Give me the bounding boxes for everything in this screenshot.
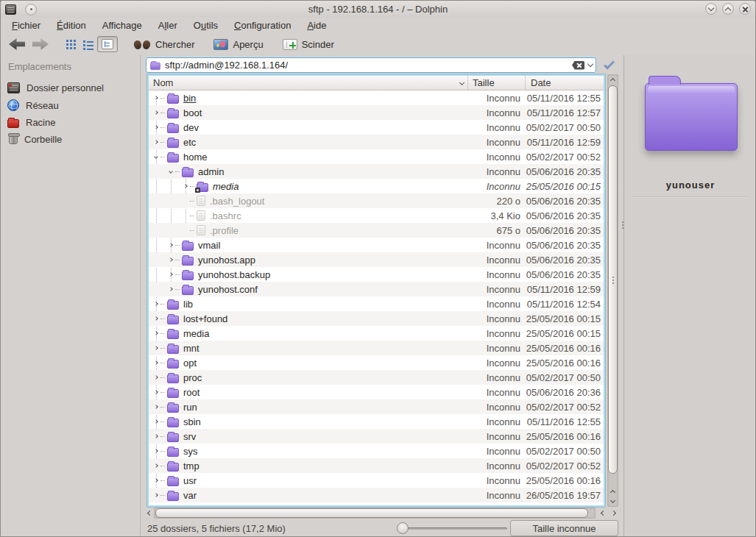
- place-item-dossier-personnel[interactable]: Dossier personnel: [1, 79, 140, 96]
- expander-icon[interactable]: [152, 329, 160, 338]
- split-button[interactable]: Scinder: [279, 37, 338, 52]
- expander-icon[interactable]: [152, 447, 160, 455]
- file-row[interactable]: bootInconnu05/11/2016 12:57: [149, 105, 604, 120]
- maximize-button[interactable]: [722, 3, 734, 15]
- forward-button[interactable]: [29, 36, 52, 52]
- file-row[interactable]: procInconnu05/02/2017 00:50: [149, 370, 604, 385]
- app-icon[interactable]: [5, 4, 16, 15]
- expander-icon[interactable]: [152, 152, 160, 161]
- zoom-slider[interactable]: [397, 521, 507, 536]
- expander-icon[interactable]: [152, 138, 160, 146]
- menu-aller[interactable]: Aller: [150, 18, 186, 32]
- zoom-slider-knob[interactable]: [397, 522, 409, 534]
- expander-icon[interactable]: [152, 299, 160, 308]
- preview-button[interactable]: Aperçu: [210, 37, 266, 52]
- file-row[interactable]: adminInconnu05/06/2016 20:35: [149, 164, 604, 179]
- horizontal-scrollbar-thumb[interactable]: [155, 508, 588, 518]
- view-icons-button[interactable]: [63, 38, 80, 51]
- expander-icon[interactable]: [152, 402, 160, 411]
- file-row[interactable]: devInconnu05/02/2017 00:50: [149, 120, 604, 135]
- file-row[interactable]: homeInconnu05/02/2017 00:52: [149, 149, 604, 164]
- expander-icon[interactable]: [166, 241, 175, 249]
- minimize-button[interactable]: [705, 3, 717, 15]
- vertical-scrollbar-thumb[interactable]: [608, 85, 618, 474]
- column-header-taille[interactable]: Taille: [467, 76, 525, 90]
- expander-icon[interactable]: [166, 285, 175, 294]
- title-bar[interactable]: sftp - 192.168.1.164 - / – Dolphin: [1, 1, 755, 18]
- column-header-nom[interactable]: Nom: [149, 76, 467, 90]
- file-row[interactable]: usrInconnu25/05/2016 00:16: [149, 473, 604, 488]
- file-row[interactable]: mediaInconnu25/05/2016 00:15: [149, 179, 604, 193]
- scroll-up-button[interactable]: [607, 74, 618, 84]
- place-item-corbeille[interactable]: Corbeille: [1, 131, 140, 148]
- expander-icon[interactable]: [152, 123, 160, 132]
- menu-edition[interactable]: Édition: [49, 18, 94, 32]
- file-row[interactable]: .bash_logout220 o05/06/2016 20:35: [149, 193, 604, 208]
- expander-icon[interactable]: [152, 108, 160, 117]
- file-row[interactable]: .bashrc3,4 Kio05/06/2016 20:35: [149, 208, 604, 223]
- file-row[interactable]: sysInconnu05/02/2017 00:50: [149, 444, 604, 458]
- expander-icon[interactable]: [166, 255, 175, 264]
- expander-icon[interactable]: [166, 167, 175, 176]
- vertical-scrollbar[interactable]: [607, 74, 618, 507]
- menu-fichier[interactable]: Fichier: [4, 18, 49, 32]
- expander-icon[interactable]: [152, 388, 160, 396]
- find-button[interactable]: Chercher: [130, 37, 198, 52]
- expander-icon[interactable]: [181, 182, 190, 191]
- expander-icon[interactable]: [152, 461, 160, 470]
- horizontal-scrollbar[interactable]: [144, 508, 618, 519]
- clear-icon[interactable]: [572, 61, 584, 70]
- place-item-racine[interactable]: Racine: [1, 114, 140, 131]
- file-row[interactable]: mntInconnu25/05/2016 00:16: [149, 341, 604, 355]
- menu-affichage[interactable]: Affichage: [94, 18, 150, 32]
- splitter-handle[interactable]: [622, 221, 623, 223]
- expander-icon[interactable]: [152, 373, 160, 382]
- file-row[interactable]: yunohost.confInconnu05/11/2016 12:59: [149, 282, 604, 296]
- file-size: 675 o: [469, 225, 523, 236]
- file-row[interactable]: binInconnu05/11/2016 12:55: [149, 90, 604, 105]
- file-row[interactable]: sbinInconnu05/11/2016 12:55: [149, 414, 604, 429]
- expander-icon[interactable]: [152, 432, 160, 441]
- file-row[interactable]: lost+foundInconnu25/05/2016 00:15: [149, 311, 604, 326]
- location-input[interactable]: sftp://admin@192.168.1.164/: [146, 57, 596, 73]
- file-row[interactable]: varInconnu26/05/2016 19:57: [149, 488, 604, 502]
- scroll-up-button-2[interactable]: [607, 486, 618, 496]
- file-row[interactable]: srvInconnu25/05/2016 00:16: [149, 429, 604, 444]
- view-details-button[interactable]: [80, 38, 97, 51]
- close-button[interactable]: [739, 3, 751, 15]
- menu-aide[interactable]: Aide: [299, 18, 334, 32]
- file-row[interactable]: libInconnu05/11/2016 12:54: [149, 296, 604, 311]
- scroll-left-button-2[interactable]: [598, 508, 608, 519]
- scroll-right-button[interactable]: [608, 508, 618, 519]
- scroll-left-button[interactable]: [144, 508, 155, 519]
- accept-location-button[interactable]: [602, 57, 618, 73]
- file-row[interactable]: optInconnu25/05/2016 00:16: [149, 355, 604, 370]
- expander-icon[interactable]: [166, 270, 175, 279]
- view-tree-button[interactable]: [97, 36, 118, 52]
- expander-icon[interactable]: [152, 491, 160, 499]
- file-row[interactable]: runInconnu05/02/2017 00:52: [149, 399, 604, 414]
- expander-icon[interactable]: [152, 314, 160, 323]
- file-row[interactable]: rootInconnu05/06/2016 20:36: [149, 385, 604, 399]
- place-item-re-seau[interactable]: Réseau: [1, 96, 140, 114]
- file-row[interactable]: vmailInconnu05/06/2016 20:35: [149, 238, 604, 252]
- menu-configuration[interactable]: Configuration: [226, 18, 299, 32]
- horizontal-scrollbar-track[interactable]: [154, 508, 596, 519]
- file-row[interactable]: etcInconnu05/11/2016 12:59: [149, 135, 604, 149]
- expander-icon[interactable]: [152, 358, 160, 367]
- column-header-date[interactable]: Date: [525, 76, 604, 90]
- file-row[interactable]: tmpInconnu05/02/2017 00:52: [149, 458, 604, 473]
- menu-outils[interactable]: Outils: [186, 18, 226, 32]
- scroll-down-button[interactable]: [607, 497, 618, 506]
- file-row[interactable]: yunohost.backupInconnu05/06/2016 20:35: [149, 267, 604, 282]
- window-menu-button[interactable]: [25, 4, 37, 15]
- chevron-down-icon[interactable]: [587, 61, 593, 67]
- file-row[interactable]: .profile675 o05/06/2016 20:35: [149, 223, 604, 238]
- expander-icon[interactable]: [152, 417, 160, 426]
- expander-icon[interactable]: [152, 344, 160, 352]
- file-row[interactable]: yunohost.appInconnu05/06/2016 20:35: [149, 252, 604, 267]
- back-button[interactable]: [5, 36, 29, 52]
- expander-icon[interactable]: [152, 93, 160, 102]
- expander-icon[interactable]: [152, 476, 160, 485]
- file-row[interactable]: mediaInconnu25/05/2016 00:15: [149, 326, 604, 341]
